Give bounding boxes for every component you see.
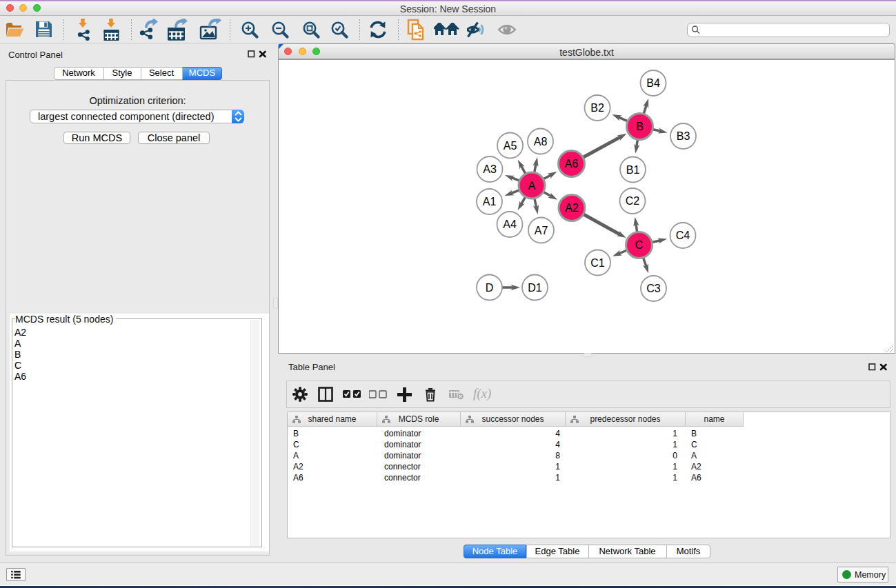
svg-text:D: D xyxy=(486,282,494,294)
svg-text:A3: A3 xyxy=(483,163,497,175)
svg-text:C4: C4 xyxy=(676,230,690,241)
svg-text:A8: A8 xyxy=(534,136,548,148)
svg-text:A7: A7 xyxy=(535,225,548,236)
svg-text:B2: B2 xyxy=(590,102,604,114)
svg-text:A4: A4 xyxy=(503,219,517,230)
svg-text:B: B xyxy=(636,121,644,132)
svg-text:C: C xyxy=(635,239,644,251)
svg-text:A5: A5 xyxy=(504,140,517,152)
svg-text:B4: B4 xyxy=(646,77,660,89)
svg-text:B1: B1 xyxy=(626,164,640,176)
svg-text:C3: C3 xyxy=(646,283,661,294)
svg-text:A2: A2 xyxy=(565,202,579,214)
svg-text:A1: A1 xyxy=(483,196,497,207)
svg-text:D1: D1 xyxy=(528,282,542,294)
svg-text:B3: B3 xyxy=(677,130,690,142)
svg-text:C2: C2 xyxy=(626,195,640,207)
svg-text:A6: A6 xyxy=(565,158,579,170)
svg-text:A: A xyxy=(528,180,536,192)
svg-text:C1: C1 xyxy=(590,257,605,269)
